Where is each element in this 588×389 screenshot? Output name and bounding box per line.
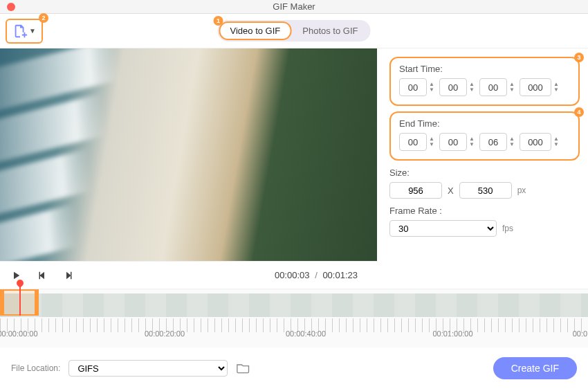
stepper-down-icon[interactable]: ▼ [468,142,475,147]
toolbar-row: ▼ 2 Video to GIF 1 Photos to GIF [0,14,588,48]
end-millis-input[interactable] [520,133,551,151]
end-time-label: End Time: [399,118,570,129]
tab-video-to-gif[interactable]: Video to GIF 1 [219,21,292,40]
main-area: 00:00:03 / 00:01:23 3 Start Time: ▲▼ ▲▼ … [0,48,588,289]
timeline-tick-labels: 00:00:00:0000:00:20:0000:00:40:0000:01:0… [0,329,588,343]
settings-panel: 3 Start Time: ▲▼ ▲▼ ▲▼ ▲▼ 4 End Time: ▲▼… [377,48,588,289]
preview-column: 00:00:03 / 00:01:23 [0,48,377,289]
size-width-input[interactable] [389,182,442,199]
stepper-down-icon[interactable]: ▼ [508,142,515,147]
selection-handle-right[interactable] [35,291,39,314]
framerate-label: Frame Rate : [389,206,580,216]
start-seconds-input[interactable] [479,78,507,96]
time-readout: 00:00:03 / 00:01:23 [275,270,358,280]
thumbnail-strip [0,293,588,317]
step-marker-3: 3 [574,53,584,62]
tab-photos-to-gif[interactable]: Photos to GIF [291,21,369,40]
size-label: Size: [389,168,580,178]
video-preview [0,48,377,261]
step-marker-2: 2 [39,13,48,23]
stepper-down-icon[interactable]: ▼ [428,87,435,93]
end-minutes-input[interactable] [439,133,467,151]
add-media-button[interactable]: ▼ 2 [6,19,43,44]
stepper-down-icon[interactable]: ▼ [468,87,475,93]
framerate-select[interactable]: 30 [389,220,497,237]
playhead[interactable] [19,282,21,316]
tick-label: 00:01:00:00 [432,329,472,338]
time-separator: / [315,270,318,280]
tick-label: 00:00:20:00 [145,329,185,338]
step-marker-4: 4 [574,107,584,117]
end-seconds-input[interactable] [479,133,507,151]
step-forward-icon[interactable] [62,269,75,282]
start-time-label: Start Time: [399,64,570,74]
size-unit: px [517,186,526,195]
stepper-down-icon[interactable]: ▼ [508,87,515,93]
step-back-icon[interactable] [36,269,48,282]
create-gif-button[interactable]: Create GIF [493,357,577,379]
window-title: GIF Maker [0,0,588,14]
stepper-down-icon[interactable]: ▼ [553,142,560,147]
stepper-down-icon[interactable]: ▼ [428,142,435,147]
close-window-button[interactable] [7,3,15,11]
stepper-down-icon[interactable]: ▼ [553,87,560,93]
start-millis-input[interactable] [520,78,551,96]
size-height-input[interactable] [459,182,512,199]
timeline[interactable]: 00:00:00:0000:00:20:0000:00:40:0000:01:0… [0,289,588,347]
tick-label: 00:00:00:00 [0,329,38,338]
total-time: 00:01:23 [322,270,358,280]
size-group: Size: X px [389,168,580,199]
size-separator: X [448,186,454,196]
end-time-group: 4 End Time: ▲▼ ▲▼ ▲▼ ▲▼ [389,111,580,161]
end-hours-input[interactable] [399,133,427,151]
tick-label: 00:00:40:00 [286,329,326,338]
mode-tabs: Video to GIF 1 Photos to GIF [218,20,371,42]
framerate-group: Frame Rate : 30 fps [389,206,580,237]
tick-label: 00:01 [573,329,588,338]
titlebar: GIF Maker [0,0,588,14]
file-location-select[interactable]: GIFS [68,360,228,377]
start-minutes-input[interactable] [439,78,467,96]
framerate-unit: fps [502,224,513,233]
footer: File Location: GIFS Create GIF [0,347,588,389]
start-time-group: 3 Start Time: ▲▼ ▲▼ ▲▼ ▲▼ [389,57,580,106]
step-marker-1: 1 [214,16,223,26]
playback-controls: 00:00:03 / 00:01:23 [0,261,377,289]
end-time-row: ▲▼ ▲▼ ▲▼ ▲▼ [399,133,570,151]
browse-folder-icon[interactable] [236,361,251,375]
selection-handle-left[interactable] [0,291,4,314]
add-file-icon [12,24,28,39]
file-location-label: File Location: [11,363,60,373]
tab-label: Video to GIF [230,26,281,36]
start-time-row: ▲▼ ▲▼ ▲▼ ▲▼ [399,78,570,96]
start-hours-input[interactable] [399,78,427,96]
current-time: 00:00:03 [275,270,310,280]
chevron-down-icon: ▼ [29,27,36,35]
